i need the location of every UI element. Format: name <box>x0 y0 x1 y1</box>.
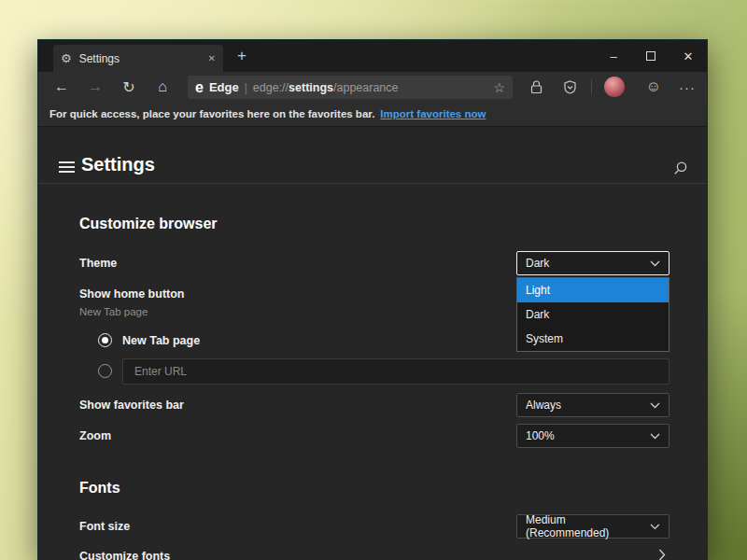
page-title: Settings <box>81 154 155 175</box>
favorites-notice-bar: For quick access, place your favorites h… <box>38 102 707 127</box>
close-button[interactable]: ✕ <box>669 40 707 72</box>
title-bar: ⚙ Settings ✕ + – ✕ <box>38 40 707 72</box>
back-button[interactable]: ← <box>45 72 78 102</box>
refresh-button[interactable]: ↻ <box>112 72 146 102</box>
forward-button[interactable]: → <box>78 72 112 102</box>
url-text[interactable]: edge://settings/appearance <box>253 81 399 94</box>
toolbar-divider <box>591 79 592 94</box>
search-icon[interactable] <box>673 161 688 175</box>
theme-select[interactable]: Dark <box>516 251 669 275</box>
chevron-right-icon <box>658 548 666 560</box>
section-heading-customize: Customize browser <box>79 216 218 232</box>
new-tab-button[interactable]: + <box>233 47 251 65</box>
settings-page: Settings Customize browser Theme Dark Li… <box>38 127 707 560</box>
favorite-star-icon[interactable]: ☆ <box>493 80 505 95</box>
url-scheme: edge:// <box>253 81 289 94</box>
import-favorites-link[interactable]: Import favorites now <box>380 108 486 119</box>
maximize-icon <box>646 51 655 61</box>
theme-option-light[interactable]: Light <box>517 278 669 302</box>
show-home-button-sublabel: New Tab page <box>79 306 148 317</box>
favorites-bar-select-value: Always <box>526 399 561 412</box>
tab-close-icon[interactable]: ✕ <box>208 53 216 63</box>
browser-window: ⚙ Settings ✕ + – ✕ ← → ↻ ⌂ e Edge | edge… <box>37 39 708 560</box>
url-host: settings <box>289 81 333 94</box>
tab-title: Settings <box>79 52 201 65</box>
address-separator: | <box>245 81 247 94</box>
window-controls: – ✕ <box>595 40 707 72</box>
show-favorites-bar-label: Show favorites bar <box>79 399 184 412</box>
show-home-button-label: Show home button <box>79 287 184 301</box>
url-path: /appearance <box>333 81 399 94</box>
chevron-down-icon <box>650 402 660 409</box>
zoom-select-value: 100% <box>526 429 555 442</box>
font-size-select-value: Medium (Recommended) <box>526 513 650 539</box>
chevron-down-icon <box>650 433 660 440</box>
lock-extension-icon[interactable] <box>528 72 544 102</box>
home-button[interactable]: ⌂ <box>146 72 179 102</box>
maximize-button[interactable] <box>632 40 669 72</box>
radio-new-tab-label: New Tab page <box>122 334 200 347</box>
address-bar[interactable]: e Edge | edge://settings/appearance ☆ <box>188 76 513 99</box>
section-heading-fonts: Fonts <box>79 480 120 497</box>
font-size-label: Font size <box>79 520 130 533</box>
theme-select-value: Dark <box>526 257 549 270</box>
zoom-select[interactable]: 100% <box>516 424 669 448</box>
hamburger-menu-icon[interactable] <box>59 161 75 173</box>
font-size-select[interactable]: Medium (Recommended) <box>516 514 669 539</box>
desktop-background: ⚙ Settings ✕ + – ✕ ← → ↻ ⌂ e Edge | edge… <box>0 0 747 560</box>
favorites-bar-select[interactable]: Always <box>516 393 669 417</box>
radio-unchecked-icon[interactable] <box>98 364 112 378</box>
edge-logo-icon: e <box>195 80 204 95</box>
zoom-label: Zoom <box>79 429 111 442</box>
radio-new-tab-page[interactable]: New Tab page <box>98 333 200 347</box>
theme-option-dark[interactable]: Dark <box>517 302 669 327</box>
navigation-toolbar: ← → ↻ ⌂ e Edge | edge://settings/appeara… <box>38 72 707 102</box>
theme-label: Theme <box>79 257 117 270</box>
radio-custom-url[interactable] <box>98 364 112 378</box>
shield-extension-icon[interactable] <box>561 72 578 102</box>
settings-header: Settings <box>38 127 707 184</box>
more-menu-icon[interactable]: ··· <box>677 72 698 102</box>
minimize-button[interactable]: – <box>595 40 632 72</box>
radio-checked-icon[interactable] <box>98 333 112 347</box>
home-url-input[interactable] <box>122 358 669 385</box>
customize-fonts-link[interactable]: Customize fonts <box>79 550 170 560</box>
theme-dropdown-list: Light Dark System <box>516 277 669 352</box>
gear-icon: ⚙ <box>61 52 72 64</box>
browser-tab-settings[interactable]: ⚙ Settings ✕ <box>53 45 223 72</box>
chevron-down-icon <box>650 524 660 530</box>
profile-avatar[interactable] <box>604 77 625 97</box>
feedback-smiley-icon[interactable]: ☺ <box>645 72 662 102</box>
brand-label: Edge <box>209 80 239 94</box>
chevron-down-icon <box>650 260 660 267</box>
notice-text: For quick access, place your favorites h… <box>49 108 374 119</box>
theme-option-system[interactable]: System <box>517 327 669 351</box>
